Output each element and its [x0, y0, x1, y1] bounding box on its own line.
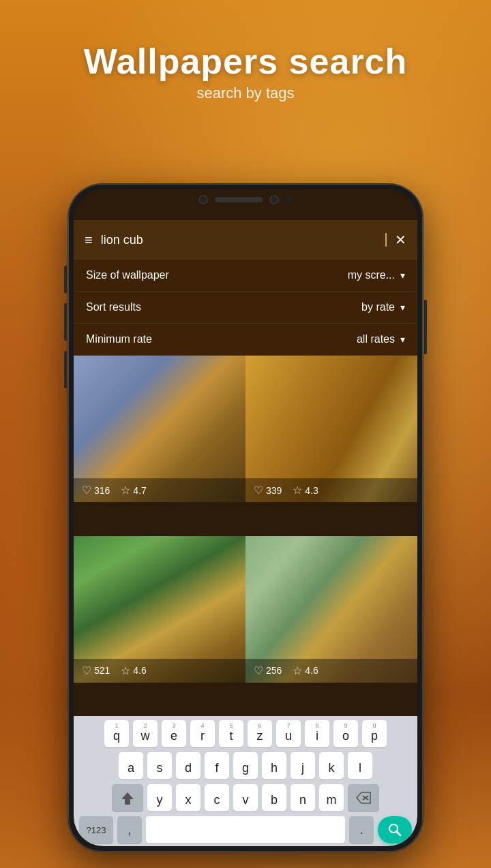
- key-z[interactable]: 6 z: [248, 720, 272, 747]
- key-backspace[interactable]: [348, 784, 379, 811]
- app-subtitle: search by tags: [0, 84, 491, 102]
- size-dropdown-arrow: ▾: [400, 270, 405, 281]
- search-cursor: [385, 233, 387, 247]
- star-icon-4: ☆: [293, 664, 302, 677]
- phone-button-left-1: [64, 266, 67, 293]
- search-input-wrapper[interactable]: lion cub: [101, 233, 387, 247]
- heart-icon-1: ♡: [82, 484, 91, 497]
- key-b[interactable]: b: [262, 784, 286, 811]
- sort-dropdown-arrow: ▾: [400, 302, 405, 313]
- phone-button-right: [424, 300, 427, 354]
- phone-camera: [198, 195, 208, 204]
- image-cell-2[interactable]: ♡ 339 ☆ 4.3: [246, 356, 417, 502]
- sort-filter-label: Sort results: [86, 301, 361, 313]
- key-o[interactable]: 9 o: [333, 720, 358, 747]
- image-stats-3: ♡ 521 ☆ 4.6: [74, 659, 246, 683]
- phone-button-left-3: [64, 351, 67, 388]
- image-cell-3[interactable]: ♡ 521 ☆ 4.6: [74, 536, 246, 683]
- rating-1: 4.7: [133, 485, 146, 496]
- key-numbers-toggle[interactable]: ?123: [79, 816, 113, 843]
- keyboard-row-1: 1 q 2 w 3 e 4 r: [76, 720, 415, 747]
- rating-2: 4.3: [305, 485, 318, 496]
- key-x[interactable]: x: [176, 784, 200, 811]
- key-s[interactable]: s: [147, 752, 172, 779]
- key-d[interactable]: d: [176, 752, 200, 779]
- minrate-filter-value: all rates: [357, 333, 395, 345]
- sort-filter-row[interactable]: Sort results by rate ▾: [74, 292, 417, 324]
- key-n[interactable]: n: [291, 784, 315, 811]
- key-t[interactable]: 5 t: [219, 720, 243, 747]
- key-y[interactable]: y: [147, 784, 172, 811]
- size-filter-row[interactable]: Size of wallpaper my scre... ▾: [74, 260, 417, 292]
- app-title: Wallpapers search: [0, 41, 491, 82]
- key-f[interactable]: f: [205, 752, 229, 779]
- key-m[interactable]: m: [319, 784, 344, 811]
- backspace-icon: [356, 792, 371, 804]
- heart-icon-2: ♡: [254, 484, 263, 497]
- filter-section: Size of wallpaper my scre... ▾ Sort resu…: [74, 260, 417, 356]
- menu-icon[interactable]: ≡: [85, 233, 93, 247]
- shift-icon: [120, 790, 135, 805]
- size-filter-value: my scre...: [348, 269, 395, 281]
- key-c[interactable]: c: [205, 784, 229, 811]
- phone-content: ≡ lion cub ✕ Size of wallpaper my scre..…: [74, 189, 417, 846]
- key-v[interactable]: v: [233, 784, 258, 811]
- search-bar: ≡ lion cub ✕: [74, 220, 417, 260]
- star-icon-3: ☆: [121, 664, 130, 677]
- svg-marker-0: [121, 792, 134, 803]
- heart-icon-3: ♡: [82, 664, 91, 677]
- key-j[interactable]: j: [291, 752, 315, 779]
- image-stats-1: ♡ 316 ☆ 4.7: [74, 478, 246, 502]
- like-count-1: 316: [94, 485, 110, 496]
- key-l[interactable]: l: [348, 752, 372, 779]
- phone-outer: ≡ lion cub ✕ Size of wallpaper my scre..…: [68, 184, 423, 852]
- search-input[interactable]: lion cub: [101, 233, 385, 247]
- key-comma[interactable]: ,: [117, 816, 142, 843]
- phone-speaker: [215, 197, 263, 202]
- like-count-3: 521: [94, 665, 110, 676]
- key-p[interactable]: 0 p: [362, 720, 387, 747]
- image-stats-2: ♡ 339 ☆ 4.3: [246, 478, 417, 502]
- star-icon-2: ☆: [293, 484, 302, 497]
- title-section: Wallpapers search search by tags: [0, 41, 491, 102]
- key-g[interactable]: g: [233, 752, 258, 779]
- key-u[interactable]: 7 u: [276, 720, 301, 747]
- key-h[interactable]: h: [262, 752, 286, 779]
- key-e[interactable]: 3 e: [162, 720, 186, 747]
- images-grid: ♡ 316 ☆ 4.7 ♡ 339 ☆: [74, 356, 417, 716]
- heart-icon-4: ♡: [254, 664, 263, 677]
- close-icon[interactable]: ✕: [395, 232, 406, 248]
- keyboard-bottom-row: ?123 , .: [76, 816, 415, 843]
- keyboard: 1 q 2 w 3 e 4 r: [74, 716, 417, 846]
- phone-sensor: [286, 196, 293, 203]
- key-r[interactable]: 4 r: [190, 720, 215, 747]
- sort-filter-value: by rate: [361, 301, 395, 313]
- like-count-2: 339: [266, 485, 282, 496]
- key-a[interactable]: a: [119, 752, 143, 779]
- key-search-button[interactable]: [378, 816, 412, 843]
- rating-4: 4.6: [305, 665, 318, 676]
- image-stats-4: ♡ 256 ☆ 4.6: [246, 659, 417, 683]
- size-filter-label: Size of wallpaper: [86, 269, 348, 281]
- key-w[interactable]: 2 w: [133, 720, 158, 747]
- minrate-filter-row[interactable]: Minimum rate all rates ▾: [74, 324, 417, 356]
- image-cell-1[interactable]: ♡ 316 ☆ 4.7: [74, 356, 246, 502]
- phone-button-left-2: [64, 303, 67, 341]
- search-icon: [388, 823, 402, 837]
- minrate-filter-label: Minimum rate: [86, 333, 357, 345]
- phone-frame: ≡ lion cub ✕ Size of wallpaper my scre..…: [68, 184, 423, 852]
- image-cell-4[interactable]: ♡ 256 ☆ 4.6: [246, 536, 417, 683]
- svg-rect-1: [125, 803, 130, 805]
- phone-inner: ≡ lion cub ✕ Size of wallpaper my scre..…: [74, 189, 417, 846]
- key-i[interactable]: 8 i: [305, 720, 329, 747]
- key-shift[interactable]: [112, 784, 143, 811]
- key-q[interactable]: 1 q: [104, 720, 129, 747]
- key-k[interactable]: k: [319, 752, 344, 779]
- key-space[interactable]: [146, 816, 345, 843]
- key-period[interactable]: .: [349, 816, 374, 843]
- star-icon-1: ☆: [121, 484, 130, 497]
- keyboard-row-2: a s d f g h j k l: [76, 752, 415, 779]
- rating-3: 4.6: [133, 665, 146, 676]
- keyboard-row-3: y x c v b n m: [76, 784, 415, 811]
- like-count-4: 256: [266, 665, 282, 676]
